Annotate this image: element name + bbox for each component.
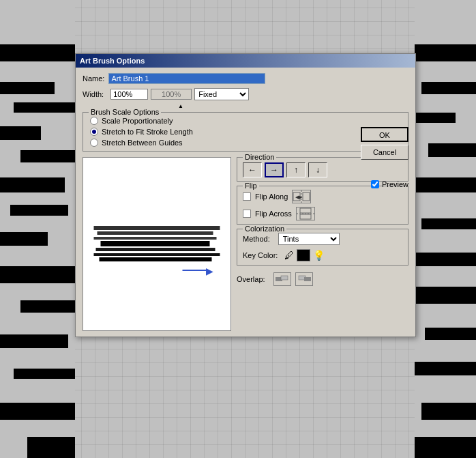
key-color-label: Key Color: [243,251,278,259]
svg-rect-10 [304,277,311,281]
method-label: Method: [243,235,270,243]
flip-across-checkbox[interactable] [243,210,251,218]
flip-along-row: Flip Along ◀▶ [243,190,402,203]
svg-rect-8 [281,276,288,280]
width-row: Width: Fixed Proportional [83,88,408,100]
dialog-titlebar: Art Brush Options [76,54,415,68]
direction-group: Direction ← → ↑ ↓ [237,157,408,182]
preview-checkbox[interactable] [371,180,379,188]
brush-preview-line-2 [98,231,213,235]
width-label: Width: [83,90,104,98]
name-input[interactable] [108,73,265,84]
direction-label: Direction [243,153,276,161]
overlap-btn-left[interactable] [273,272,291,286]
stretch-radio[interactable] [90,128,98,136]
brush-preview-line-4 [101,241,210,246]
stretch-radio-row: Stretch to Fit Stroke Length [90,128,401,136]
brush-preview-line-3 [94,237,217,240]
flip-along-icon: ◀▶ [292,190,311,203]
brush-preview-line-1 [94,226,220,230]
preview-label: Preview [382,180,408,188]
between-radio-row: Stretch Between Guides [90,139,401,147]
lower-area: ▶ Direction ← → ↑ ↓ Flip [83,157,408,331]
svg-text:◀▶: ◀▶ [295,195,303,199]
color-swatch[interactable] [297,249,310,261]
dir-btn-right[interactable]: → [265,162,284,177]
preview-box: ▶ [83,157,231,331]
dialog-body: Name: Width: Fixed Proportional ▲ Brush … [76,68,415,337]
blue-accent [183,270,207,271]
flip-group: Flip Flip Along ◀▶ [237,186,408,225]
ok-button[interactable]: OK [361,127,408,142]
scale-radio-row: Scale Proportionately [90,117,401,125]
method-select[interactable]: None Tints Tints and Shades Hue Shift [278,233,340,245]
cancel-button[interactable]: Cancel [361,145,408,160]
brush-scale-group: Brush Scale Options Scale Proportionatel… [83,112,408,152]
scale-radio[interactable] [90,117,98,125]
flip-across-label: Flip Across [255,210,292,218]
svg-rect-6 [300,214,311,219]
width-input[interactable] [110,89,148,100]
brush-scale-label: Brush Scale Options [89,108,161,116]
key-color-row: Key Color: 🖊 💡 [243,249,402,261]
stretch-label: Stretch to Fit Stroke Length [102,128,193,136]
flip-across-icon [296,207,315,220]
method-row: Method: None Tints Tints and Shades Hue … [243,233,402,245]
scale-label: Scale Proportionately [102,117,173,125]
dir-btn-left[interactable]: ← [243,162,262,177]
brush-preview-line-6 [94,253,220,256]
name-label: Name: [83,74,104,83]
dialog: Art Brush Options Name: Width: Fixed Pro… [75,53,416,337]
dir-btn-down[interactable]: ↓ [308,162,327,177]
eyedropper-icon[interactable]: 🖊 [284,250,294,261]
colorization-group: Colorization Method: None Tints Tints an… [237,229,408,266]
between-label: Stretch Between Guides [102,139,183,147]
between-radio[interactable] [90,139,98,147]
name-row: Name: [83,73,408,84]
flip-across-row: Flip Across [243,207,402,220]
svg-rect-2 [303,192,310,201]
brush-preview-line-7 [100,257,212,261]
dir-btn-up[interactable]: ↑ [286,162,306,177]
colorization-label: Colorization [243,225,286,233]
width-display [151,89,192,100]
flip-label: Flip [243,182,259,190]
flip-along-label: Flip Along [255,192,288,201]
action-buttons: OK Cancel [361,127,408,160]
direction-buttons: ← → ↑ ↓ [243,162,402,177]
preview-row: Preview [371,180,408,188]
svg-rect-4 [300,208,311,213]
arrow-icon: ▶ [206,266,213,276]
overlap-row: Overlap: [237,270,408,289]
flip-along-checkbox[interactable] [243,192,251,201]
dialog-title: Art Brush Options [80,57,145,65]
fixed-select[interactable]: Fixed Proportional [194,88,249,100]
question-icon[interactable]: 💡 [313,250,325,261]
overlap-label: Overlap: [237,275,265,283]
brush-preview-line-5 [96,248,215,251]
overlap-btn-right[interactable] [295,272,313,286]
